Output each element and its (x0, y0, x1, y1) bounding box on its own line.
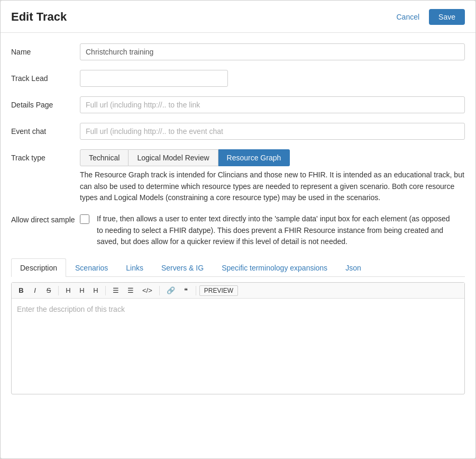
track-lead-row: Track Lead (11, 70, 465, 87)
toolbar-separator-4 (196, 286, 196, 295)
tab-specific-terminology[interactable]: Specific terminology expansions (213, 258, 336, 277)
details-page-label: Details Page (11, 96, 80, 109)
toolbar-ol[interactable]: ☰ (124, 285, 138, 296)
toolbar-quote[interactable]: ❝ (180, 285, 193, 296)
tab-links[interactable]: Links (117, 258, 152, 277)
toolbar-preview[interactable]: PREVIEW (199, 285, 238, 296)
track-type-label: Track type (11, 149, 80, 162)
track-type-description: The Resource Graph track is intended for… (80, 169, 465, 204)
modal-header: Edit Track Cancel Save (1, 1, 475, 33)
track-type-row: Track type Technical Logical Model Revie… (11, 149, 465, 166)
toolbar-separator-2 (105, 286, 106, 295)
tab-scenarios[interactable]: Scenarios (66, 258, 117, 277)
toolbar-separator-3 (159, 286, 160, 295)
toolbar-separator-1 (58, 286, 59, 295)
header-actions: Cancel Save (391, 9, 465, 25)
editor-body[interactable]: Enter the description of this track (12, 299, 464, 394)
toolbar-h1[interactable]: H (62, 285, 75, 296)
save-button[interactable]: Save (429, 9, 465, 25)
allow-sample-label: Allow direct sample (11, 213, 80, 224)
track-lead-input[interactable] (80, 70, 228, 87)
details-page-input[interactable] (80, 96, 465, 113)
allow-sample-checkbox[interactable] (80, 214, 89, 224)
toolbar-link[interactable]: 🔗 (163, 285, 179, 296)
toolbar-h2[interactable]: H (76, 285, 88, 296)
allow-sample-text: If true, then allows a user to enter tex… (97, 213, 456, 248)
track-lead-label: Track Lead (11, 70, 80, 83)
toolbar-strikethrough[interactable]: S (42, 285, 55, 296)
toolbar-code[interactable]: </> (139, 285, 156, 296)
event-chat-label: Event chat (11, 123, 80, 136)
modal-body: Name Track Lead Details Page Event chat … (1, 33, 475, 394)
tab-json[interactable]: Json (336, 258, 370, 277)
toolbar-italic[interactable]: I (29, 285, 41, 296)
toolbar-ul[interactable]: ☰ (109, 285, 123, 296)
toolbar-h3[interactable]: H (89, 285, 102, 296)
tab-servers-ig[interactable]: Servers & IG (152, 258, 213, 277)
name-label: Name (11, 43, 80, 56)
tab-description[interactable]: Description (11, 258, 66, 277)
page-title: Edit Track (11, 10, 67, 24)
allow-sample-area: If true, then allows a user to enter tex… (80, 213, 456, 248)
editor-placeholder: Enter the description of this track (17, 305, 125, 313)
edit-track-modal: Edit Track Cancel Save Name Track Lead D… (0, 0, 476, 459)
track-type-btn-resource-graph[interactable]: Resource Graph (218, 149, 290, 166)
cancel-button[interactable]: Cancel (391, 10, 425, 24)
name-row: Name (11, 43, 465, 60)
details-page-row: Details Page (11, 96, 465, 113)
track-type-btn-technical[interactable]: Technical (80, 149, 129, 166)
tabs-bar: Description Scenarios Links Servers & IG… (11, 258, 465, 277)
name-input[interactable] (80, 43, 465, 60)
track-type-button-group: Technical Logical Model Review Resource … (80, 149, 290, 166)
allow-sample-row: Allow direct sample If true, then allows… (11, 213, 465, 248)
event-chat-row: Event chat (11, 123, 465, 140)
description-editor: B I S H H H ☰ ☰ </> 🔗 ❝ PREVIEW Enter th… (11, 282, 465, 394)
toolbar-bold[interactable]: B (15, 285, 28, 296)
event-chat-input[interactable] (80, 123, 465, 140)
track-type-btn-logical-model[interactable]: Logical Model Review (129, 149, 218, 166)
editor-toolbar: B I S H H H ☰ ☰ </> 🔗 ❝ PREVIEW (12, 283, 464, 299)
